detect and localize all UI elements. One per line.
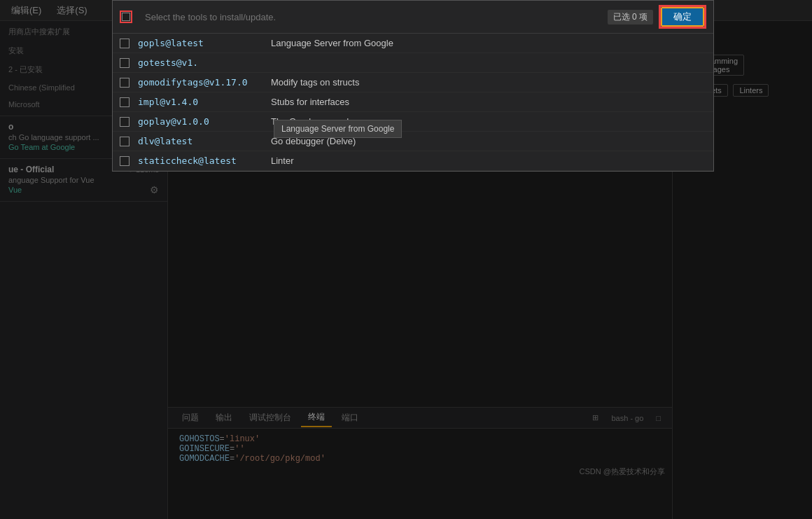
tool-desc-goplay: The Go playground bbox=[271, 116, 349, 127]
tool-row-impl[interactable]: impl@v1.4.0 Stubs for interfaces bbox=[113, 92, 713, 112]
tool-picker-confirm-button[interactable]: 确定 bbox=[661, 7, 704, 27]
tool-desc-dlv: Go debugger (Delve) bbox=[271, 136, 356, 146]
checkbox-staticcheck[interactable] bbox=[120, 156, 130, 166]
checkbox-gopls[interactable] bbox=[120, 39, 130, 48]
select-all-checkbox-wrapper bbox=[120, 11, 132, 23]
tool-name-goplay: goplay@v1.0.0 bbox=[138, 116, 264, 127]
tool-name-gotests: gotests@v1. bbox=[138, 57, 264, 68]
tool-name-gomodifytags: gomodifytags@v1.17.0 bbox=[138, 77, 264, 88]
select-all-checkbox[interactable] bbox=[122, 13, 130, 21]
tool-name-dlv: dlv@latest bbox=[138, 136, 264, 146]
tool-name-gopls: gopls@latest bbox=[138, 38, 264, 48]
confirm-btn-wrapper: 确定 bbox=[659, 5, 706, 29]
tool-row-dlv[interactable]: dlv@latest Go debugger (Delve) bbox=[113, 132, 713, 151]
tool-name-impl: impl@v1.4.0 bbox=[138, 97, 264, 107]
tool-desc-impl: Stubs for interfaces bbox=[271, 97, 349, 107]
tool-picker-search[interactable] bbox=[145, 12, 602, 22]
tool-picker-overlay: 已选 0 项 确定 gopls@latest Language Server f… bbox=[0, 0, 812, 519]
checkbox-gotests[interactable] bbox=[120, 58, 130, 68]
tool-row-staticcheck[interactable]: staticcheck@latest Linter bbox=[113, 151, 713, 171]
tool-row-gotests[interactable]: gotests@v1. Language Server from Google bbox=[113, 53, 713, 73]
checkbox-goplay[interactable] bbox=[120, 117, 130, 127]
tool-picker-header: 已选 0 项 确定 bbox=[113, 1, 713, 34]
tool-row-gopls[interactable]: gopls@latest Language Server from Google bbox=[113, 34, 713, 53]
tool-picker-count: 已选 0 项 bbox=[608, 10, 653, 25]
tool-desc-gopls: Language Server from Google bbox=[271, 38, 393, 48]
checkbox-gomodifytags[interactable] bbox=[120, 78, 130, 88]
tool-desc-staticcheck: Linter bbox=[271, 155, 294, 166]
tool-row-goplay[interactable]: goplay@v1.0.0 The Go playground bbox=[113, 112, 713, 132]
tool-picker-list: gopls@latest Language Server from Google… bbox=[113, 34, 713, 171]
tool-desc-gomodifytags: Modify tags on structs bbox=[271, 77, 359, 88]
tool-name-staticcheck: staticcheck@latest bbox=[138, 155, 264, 166]
checkbox-dlv[interactable] bbox=[120, 137, 130, 146]
checkbox-impl[interactable] bbox=[120, 97, 130, 107]
tool-row-gomodifytags[interactable]: gomodifytags@v1.17.0 Modify tags on stru… bbox=[113, 73, 713, 92]
tool-picker: 已选 0 项 确定 gopls@latest Language Server f… bbox=[112, 0, 714, 172]
